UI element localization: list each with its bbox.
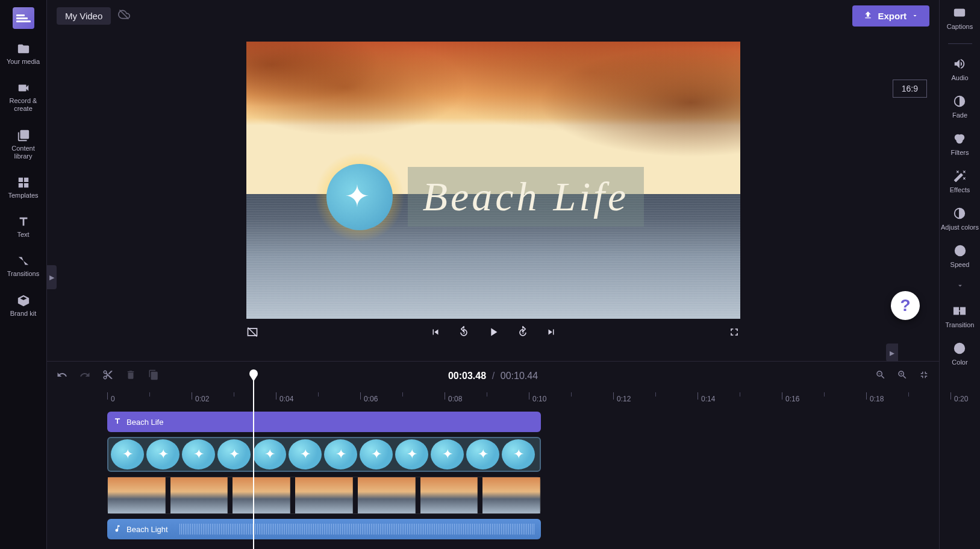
captions-button[interactable]: CC Captions (947, 6, 973, 30)
audio-waveform (179, 524, 535, 535)
ruler-mark: 0:04 (279, 395, 293, 403)
svg-rect-10 (954, 308, 958, 315)
nav-brand-kit[interactable]: Brand kit (2, 292, 45, 320)
playhead-handle[interactable] (249, 369, 258, 378)
ruler-mark: 0:06 (364, 395, 378, 403)
svg-rect-11 (961, 308, 965, 315)
svg-point-14 (959, 345, 961, 347)
library-icon (17, 129, 30, 142)
audio-clip[interactable]: Beach Light (107, 519, 541, 539)
overlay-thumb (289, 439, 322, 469)
delete-button[interactable] (125, 369, 136, 383)
right-label: Speed (950, 261, 970, 268)
fullscreen-button[interactable] (728, 326, 740, 338)
text-clip-label: Beach Life (126, 418, 163, 427)
captions-icon: CC (953, 6, 966, 20)
video-clip[interactable] (107, 477, 541, 514)
playhead[interactable] (253, 377, 254, 549)
nav-templates[interactable]: Templates (2, 174, 45, 202)
svg-point-7 (957, 137, 963, 143)
fit-timeline-button[interactable] (919, 369, 929, 383)
upload-icon (863, 10, 873, 22)
skip-end-button[interactable] (546, 327, 557, 337)
speed-button[interactable]: Speed (950, 244, 970, 268)
right-sidebar: CC Captions Audio Fade Filters Effects A… (939, 0, 980, 549)
forward-5-button[interactable]: 5 (517, 326, 529, 338)
export-label: Export (878, 11, 907, 21)
audio-button[interactable]: Audio (951, 57, 968, 81)
ruler-mark: 0:14 (701, 395, 715, 403)
nav-label: Text (17, 231, 29, 239)
overlay-thumb (253, 439, 286, 469)
right-label: Adjust colors (941, 224, 979, 231)
text-clip[interactable]: Beach Life (107, 412, 541, 432)
cut-button[interactable] (102, 369, 113, 383)
nav-text[interactable]: Text (2, 213, 45, 241)
preview-area: 16:9 Beach Life (47, 31, 939, 361)
project-name[interactable]: My Video (57, 7, 111, 25)
left-sidebar: Your media Record & create Content libra… (0, 0, 47, 549)
overlay-clip[interactable] (107, 437, 541, 472)
nav-your-media[interactable]: Your media (2, 40, 45, 68)
text-track: Beach Life (107, 412, 879, 432)
zoom-in-button[interactable] (897, 369, 908, 383)
nav-transitions[interactable]: Transitions (2, 252, 45, 280)
adjust-colors-button[interactable]: Adjust colors (941, 207, 979, 231)
rewind-5-button[interactable]: 5 (458, 326, 470, 338)
more-down-button[interactable] (956, 281, 964, 291)
current-time: 00:03.48 (448, 371, 486, 381)
duplicate-button[interactable] (148, 369, 159, 383)
right-label: Color (952, 359, 967, 366)
time-separator: / (492, 371, 495, 381)
beach-text-overlay: Beach Life (408, 167, 644, 227)
top-bar: My Video Export (47, 0, 939, 31)
svg-point-15 (961, 347, 963, 348)
export-button[interactable]: Export (852, 5, 929, 27)
nav-label: Brand kit (10, 310, 36, 318)
app-logo[interactable] (13, 7, 34, 29)
svg-text:5: 5 (522, 330, 524, 334)
redo-button[interactable] (80, 369, 90, 383)
audio-clip-label: Beach Light (126, 525, 168, 534)
right-label: Fade (952, 111, 967, 119)
nav-label: Templates (8, 192, 38, 199)
color-icon (953, 342, 966, 356)
cloud-sync-icon[interactable] (118, 8, 130, 23)
music-icon (113, 524, 122, 535)
skip-start-button[interactable] (430, 327, 441, 337)
effects-icon (953, 169, 967, 184)
filters-button[interactable]: Filters (951, 132, 969, 156)
zoom-out-button[interactable] (875, 369, 886, 383)
nav-label: Content library (5, 145, 42, 160)
color-button[interactable]: Color (952, 342, 967, 366)
total-time: 00:10.44 (501, 371, 538, 381)
timeline-ruler[interactable]: 0 0:02 0:04 0:06 0:08 0:10 0:12 0:14 0:1… (47, 390, 939, 407)
audio-icon (953, 57, 966, 72)
overlay-thumb (466, 439, 499, 469)
fade-button[interactable]: Fade (952, 95, 967, 119)
effects-button[interactable]: Effects (950, 169, 970, 193)
preview-overlay: Beach Life (320, 158, 644, 236)
aspect-ratio-button[interactable]: 16:9 (893, 80, 927, 98)
filters-icon (953, 132, 966, 146)
preview-canvas[interactable]: Beach Life (246, 42, 740, 319)
safe-zone-toggle-icon[interactable] (246, 326, 258, 338)
ruler-mark: 0 (111, 395, 115, 403)
text-icon (17, 215, 30, 228)
play-button[interactable] (487, 325, 500, 339)
nav-record-create[interactable]: Record & create (2, 79, 45, 115)
timeline-toolbar: 00:03.48 / 00:10.44 (47, 361, 939, 390)
right-label: Effects (950, 186, 970, 193)
undo-button[interactable] (57, 369, 67, 383)
help-button[interactable]: ? (891, 291, 920, 320)
right-label: Captions (947, 23, 973, 30)
nav-label: Your media (7, 58, 40, 66)
timeline-tracks: Beach Life (47, 407, 939, 549)
right-label: Filters (951, 149, 969, 156)
nav-content-library[interactable]: Content library (2, 127, 45, 163)
right-panel-collapse[interactable]: ▸ (886, 344, 898, 362)
transition-button[interactable]: Transition (946, 304, 975, 328)
beach-text: Beach Life (423, 173, 629, 221)
brand-kit-icon (17, 294, 30, 307)
audio-track: Beach Light (107, 519, 879, 539)
